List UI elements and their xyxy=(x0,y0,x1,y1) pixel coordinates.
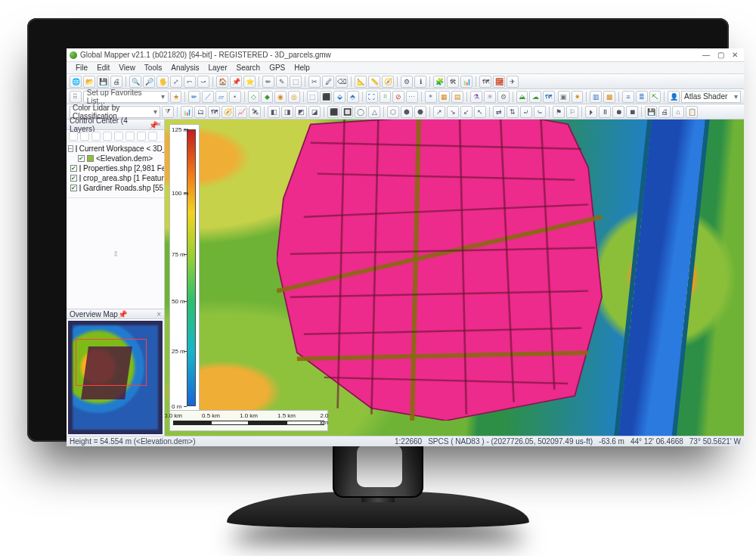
cc-tool-button[interactable] xyxy=(69,132,78,141)
analysis-toolbar-button[interactable]: 📈 xyxy=(235,106,247,118)
analysis-toolbar-button[interactable]: 📊 xyxy=(181,106,193,118)
layer-tree[interactable]: −Current Workspace < 3D_pa...<Elevation.… xyxy=(67,142,164,197)
menu-search[interactable]: Search xyxy=(231,63,265,73)
toolbar-button[interactable]: ⭐ xyxy=(243,76,256,88)
control-center-title[interactable]: Control Center (4 Layers) 📌 xyxy=(67,120,164,130)
layer-row[interactable]: Properties.shp [2,981 Fe... xyxy=(68,163,163,173)
toolbar-button[interactable]: 📐 xyxy=(355,76,367,88)
workspace-label[interactable]: Current Workspace < 3D_pa... xyxy=(79,144,164,154)
toolbar-button[interactable]: ✎ xyxy=(276,76,288,88)
tool-button[interactable]: ☁ xyxy=(529,91,541,103)
tool-button[interactable]: ◆ xyxy=(261,91,273,103)
analysis-toolbar-button[interactable]: ◯ xyxy=(355,106,367,118)
toolbar-button[interactable]: 🛠 xyxy=(447,76,459,88)
toolbar-button[interactable]: 🧩 xyxy=(433,76,445,88)
menu-gps[interactable]: GPS xyxy=(265,63,290,73)
overview-title[interactable]: Overview Map 📌 xyxy=(67,309,164,319)
tool-button[interactable]: ▥ xyxy=(590,91,602,103)
analysis-toolbar-button[interactable]: 🔲 xyxy=(341,106,353,118)
toolbar-button[interactable]: ⌫ xyxy=(336,76,348,88)
toolbar-button[interactable]: 📊 xyxy=(460,76,472,88)
layer-row[interactable]: <Elevation.dem> xyxy=(68,154,163,163)
tool-button[interactable]: ⚛ xyxy=(484,91,496,103)
analysis-toolbar-button[interactable]: 📋 xyxy=(686,106,698,118)
analysis-toolbar-button[interactable]: ⏵ xyxy=(585,106,597,118)
menu-view[interactable]: View xyxy=(114,63,140,73)
layer-visibility-checkbox[interactable] xyxy=(70,185,77,191)
panel-close-button[interactable] xyxy=(156,310,161,318)
toolbar-button[interactable]: ⤻ xyxy=(197,76,209,88)
menu-bar[interactable]: FileEditViewToolsAnalysisLayerSearchGPSH… xyxy=(67,62,744,74)
tool-button[interactable]: ⋯ xyxy=(406,91,418,103)
toolbar-button[interactable]: 🌐 xyxy=(70,76,82,88)
analysis-toolbar-button[interactable]: ↖ xyxy=(474,106,486,118)
toolbar-button[interactable]: 💾 xyxy=(97,76,109,88)
tool-button[interactable]: ◎ xyxy=(288,91,300,103)
toolbar-button[interactable]: 🖐 xyxy=(156,76,169,88)
close-button[interactable]: ✕ xyxy=(732,51,738,59)
tool-button[interactable]: ⊘ xyxy=(392,91,404,103)
tool-button[interactable]: ⬛ xyxy=(320,91,332,103)
toolbar-button[interactable]: ⤺ xyxy=(184,76,196,88)
layer-visibility-checkbox[interactable] xyxy=(70,165,77,172)
analysis-toolbar-button[interactable]: ⤾ xyxy=(520,106,532,118)
analysis-toolbar-button[interactable]: ⚑ xyxy=(553,106,565,118)
analysis-toolbar-button[interactable]: 💾 xyxy=(645,106,657,118)
analysis-toolbar-button[interactable]: 🛰 xyxy=(249,106,261,118)
tool-button[interactable]: 🗺 xyxy=(543,91,555,103)
tool-button[interactable]: ▩ xyxy=(603,91,615,103)
tool-button[interactable]: ⬙ xyxy=(333,91,345,103)
minimize-button[interactable]: — xyxy=(702,51,710,59)
toolbar-button[interactable]: ✂ xyxy=(308,76,321,88)
toolbar-button[interactable]: 🖨 xyxy=(110,76,122,88)
layer-visibility-checkbox[interactable] xyxy=(78,155,85,162)
analysis-toolbar-button[interactable]: ⌂ xyxy=(672,106,684,118)
menu-tools[interactable]: Tools xyxy=(140,63,166,73)
layer-row[interactable]: crop_area.shp [1 Feature... xyxy=(68,173,163,183)
panel-close-button[interactable] xyxy=(156,120,161,129)
toolbar-button[interactable]: ⚙ xyxy=(401,76,413,88)
cc-tool-button[interactable] xyxy=(91,132,101,141)
toolbar-button[interactable]: 🔍 xyxy=(129,76,141,88)
menu-layer[interactable]: Layer xyxy=(203,63,231,73)
cc-tool-button[interactable] xyxy=(148,132,157,141)
tool-button[interactable]: ≡ xyxy=(622,91,634,103)
layer-row[interactable]: Gardiner Roads.shp [55 ... xyxy=(68,183,163,193)
cc-tool-button[interactable] xyxy=(103,132,112,141)
tool-button[interactable]: ▣ xyxy=(558,91,570,103)
map-view[interactable]: 125 m100 m75 m50 m25 m0 m 0.0 km0.5 km1.… xyxy=(165,120,744,436)
toolbar-button[interactable]: ✏ xyxy=(262,76,274,88)
analysis-toolbar-button[interactable]: 🗺 xyxy=(208,106,220,118)
analysis-toolbar-button[interactable]: ◨ xyxy=(281,106,293,118)
analysis-toolbar-button[interactable]: ⇅ xyxy=(507,106,519,118)
analysis-toolbar-button[interactable]: ⏸ xyxy=(599,106,611,118)
overview-map[interactable] xyxy=(68,321,163,434)
analysis-toolbar-button[interactable]: 🖨 xyxy=(658,106,671,118)
cc-tool-button[interactable] xyxy=(137,132,146,141)
analysis-toolbar-button[interactable]: 🗂 xyxy=(194,106,206,118)
analysis-toolbar-button[interactable]: 🧭 xyxy=(222,106,234,118)
menu-edit[interactable]: Edit xyxy=(92,63,114,73)
tool-button[interactable]: ✷ xyxy=(572,91,584,103)
toolbar-button[interactable]: ✈ xyxy=(507,76,519,88)
analysis-toolbar-button[interactable]: ↘ xyxy=(447,106,459,118)
pin-icon[interactable]: 📌 xyxy=(118,310,125,318)
analysis-toolbar-button[interactable]: ↗ xyxy=(433,106,445,118)
digitizer-point-button[interactable]: • xyxy=(229,91,241,103)
toolbar-button[interactable]: 🏠 xyxy=(216,76,228,88)
toolbar-button[interactable]: 📌 xyxy=(230,76,242,88)
shader-combo[interactable]: Atlas Shader xyxy=(681,91,741,103)
toolbar-button[interactable]: ℹ xyxy=(414,76,426,88)
toolbar-button[interactable]: 🗺 xyxy=(479,76,491,88)
analysis-toolbar-button[interactable]: ⇄ xyxy=(493,106,505,118)
maximize-button[interactable]: ▢ xyxy=(717,51,724,59)
analysis-toolbar-button[interactable]: ◪ xyxy=(308,106,321,118)
tool-button[interactable]: ≣ xyxy=(636,91,648,103)
tool-button[interactable]: ⛰ xyxy=(516,91,528,103)
analysis-toolbar-button[interactable]: ⬡ xyxy=(387,106,399,118)
tool-button[interactable]: ▤ xyxy=(451,91,463,103)
analysis-toolbar-button[interactable]: ⏹ xyxy=(626,106,638,118)
analysis-toolbar-button[interactable]: ⤿ xyxy=(534,106,546,118)
digitizer-area-button[interactable]: ▱ xyxy=(215,91,228,103)
favorite-star-button[interactable]: ★ xyxy=(170,91,182,103)
